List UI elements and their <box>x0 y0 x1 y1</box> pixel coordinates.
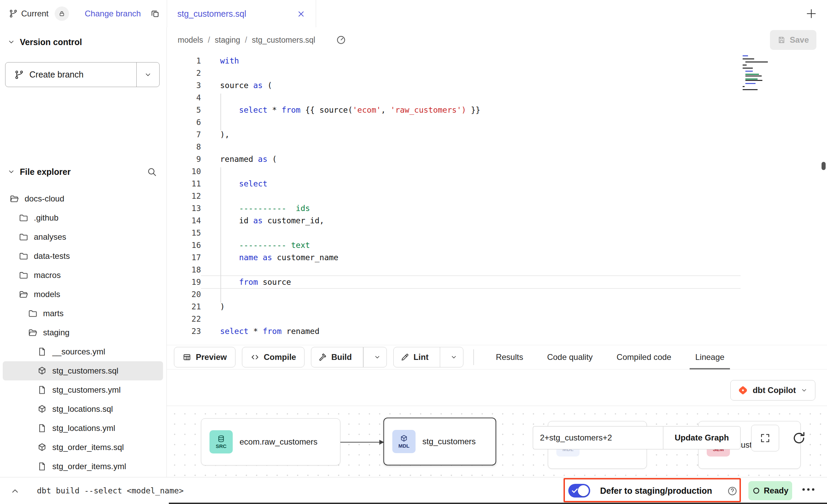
search-icon[interactable] <box>147 167 157 177</box>
help-icon[interactable] <box>727 486 737 496</box>
file-item-data-tests[interactable]: data-tests <box>3 247 163 266</box>
build-button[interactable]: Build <box>311 347 358 367</box>
lineage-node-source[interactable]: SRC ecom.raw_customers <box>201 418 340 465</box>
collapse-panel-button[interactable] <box>10 486 20 496</box>
code-line-10[interactable]: 10 <box>167 165 827 178</box>
create-branch-button[interactable]: Create branch <box>5 62 160 87</box>
file-item-docs-cloud[interactable]: docs-cloud <box>3 189 163 208</box>
editor-scrollbar-thumb[interactable] <box>822 162 826 170</box>
code-line-13[interactable]: 13 ---------- ids <box>167 202 827 214</box>
file-item-stg_locations.sql[interactable]: stg_locations.sql <box>3 400 163 419</box>
folder-open-icon <box>28 328 38 337</box>
tab-code-quality[interactable]: Code quality <box>547 345 593 369</box>
file-item-label: stg_locations.yml <box>52 423 115 433</box>
code-line-21[interactable]: 21) <box>167 300 827 313</box>
code-line-20[interactable]: 20 <box>167 288 827 300</box>
close-icon[interactable] <box>297 10 306 18</box>
current-branch-label: Current <box>21 9 49 18</box>
file-item-stg_order_items.sql[interactable]: stg_order_items.sql <box>3 438 163 457</box>
code-line-16[interactable]: 16 ---------- text <box>167 239 827 251</box>
lineage-selector-input[interactable] <box>533 426 663 449</box>
code-line-22[interactable]: 22 <box>167 313 827 325</box>
code-line-6[interactable]: 6 <box>167 116 827 128</box>
file-item-analyses[interactable]: analyses <box>3 227 163 247</box>
file-item-staging[interactable]: staging <box>3 323 163 342</box>
version-control-header[interactable]: Version control <box>8 36 82 48</box>
top-bar: Current Change branch stg_customers.sql <box>0 0 827 28</box>
line-number: 23 <box>167 325 201 337</box>
code-line-18[interactable]: 18 <box>167 264 827 276</box>
lineage-node-stg-customers[interactable]: MDL stg_customers <box>383 418 496 465</box>
fullscreen-button[interactable] <box>751 425 779 451</box>
file-item-label: data-tests <box>34 251 70 261</box>
code-line-2[interactable]: 2 <box>167 67 827 79</box>
code-line-15[interactable]: 15 <box>167 227 827 239</box>
tab-lineage[interactable]: Lineage <box>695 345 724 369</box>
tab-label: stg_customers.sql <box>177 9 246 19</box>
create-branch-dropdown[interactable] <box>136 62 159 87</box>
code-line-14[interactable]: 14 id as customer_id, <box>167 214 827 227</box>
file-item-models[interactable]: models <box>3 285 163 304</box>
code-line-12[interactable]: 12 <box>167 190 827 202</box>
preview-label: Preview <box>196 352 227 362</box>
change-branch-link[interactable]: Change branch <box>85 9 141 18</box>
file-item-stg_customers.yml[interactable]: stg_customers.yml <box>3 380 163 400</box>
lint-dropdown[interactable] <box>445 347 463 367</box>
breadcrumb-part: stg_customers.sql <box>252 36 315 45</box>
new-tab-button[interactable] <box>805 8 817 20</box>
fullscreen-icon <box>760 433 771 444</box>
tab-results[interactable]: Results <box>496 345 523 369</box>
save-button[interactable]: Save <box>770 30 816 50</box>
code-line-5[interactable]: 5 select * from {{ source('ecom', 'raw_c… <box>167 104 827 116</box>
code-line-19[interactable]: 19 from source <box>167 276 827 288</box>
file-item-macros[interactable]: macros <box>3 266 163 285</box>
more-options-button[interactable] <box>802 488 814 491</box>
line-number: 4 <box>167 92 201 104</box>
dbt-copilot-icon <box>738 386 748 395</box>
tab-compiled-code[interactable]: Compiled code <box>616 345 671 369</box>
file-item-.github[interactable]: .github <box>3 208 163 227</box>
file-item-stg_order_items.yml[interactable]: stg_order_items.yml <box>3 457 163 476</box>
table-icon <box>182 353 191 362</box>
hammer-icon <box>318 353 327 362</box>
code-editor[interactable]: 1with23source as (45 select * from {{ so… <box>167 53 827 345</box>
breadcrumb: models/staging/stg_customers.sql <box>178 27 315 53</box>
file-item-marts[interactable]: marts <box>3 304 163 323</box>
copy-icon[interactable] <box>150 9 160 18</box>
ready-label: Ready <box>764 486 788 495</box>
code-line-3[interactable]: 3source as ( <box>167 79 827 92</box>
refresh-button[interactable] <box>789 428 809 448</box>
line-number: 13 <box>167 202 201 214</box>
tab-stg-customers-sql[interactable]: stg_customers.sql <box>167 0 316 28</box>
folder-icon <box>19 213 28 223</box>
lineage-canvas[interactable]: SRC ecom.raw_customers MDL stg_customers… <box>167 406 827 477</box>
compile-button[interactable]: Compile <box>242 347 305 367</box>
update-graph-button[interactable]: Update Graph <box>663 426 741 449</box>
dbt-copilot-button[interactable]: dbt Copilot <box>730 380 815 401</box>
lint-button[interactable]: Lint <box>394 347 435 367</box>
file-explorer-header[interactable]: File explorer <box>8 166 71 178</box>
code-line-23[interactable]: 23select * from renamed <box>167 325 827 337</box>
code-line-17[interactable]: 17 name as customer_name <box>167 251 827 264</box>
defer-toggle[interactable] <box>568 484 590 498</box>
command-prompt[interactable]: dbt build --select <model_name> <box>37 477 184 504</box>
ide-status-icon[interactable] <box>336 35 346 45</box>
line-number: 9 <box>167 153 201 165</box>
code-line-8[interactable]: 8 <box>167 141 827 153</box>
code-line-7[interactable]: 7), <box>167 128 827 141</box>
file-item-stg_locations.yml[interactable]: stg_locations.yml <box>3 419 163 438</box>
build-dropdown[interactable] <box>368 347 387 367</box>
code-line-9[interactable]: 9renamed as ( <box>167 153 827 165</box>
editor-minimap[interactable] <box>743 55 787 91</box>
file-item-stg_customers.sql[interactable]: stg_customers.sql <box>3 361 163 380</box>
code-line-11[interactable]: 11 select <box>167 178 827 190</box>
code-line-1[interactable]: 1with <box>167 55 827 67</box>
bottom-scrollbar[interactable] <box>169 503 827 504</box>
folder-icon <box>19 232 28 242</box>
version-control-title: Version control <box>20 37 82 47</box>
file-icon <box>37 423 47 433</box>
ready-status[interactable]: Ready <box>748 481 792 500</box>
code-line-4[interactable]: 4 <box>167 92 827 104</box>
file-item-__sources.yml[interactable]: __sources.yml <box>3 342 163 361</box>
preview-button[interactable]: Preview <box>174 347 235 367</box>
